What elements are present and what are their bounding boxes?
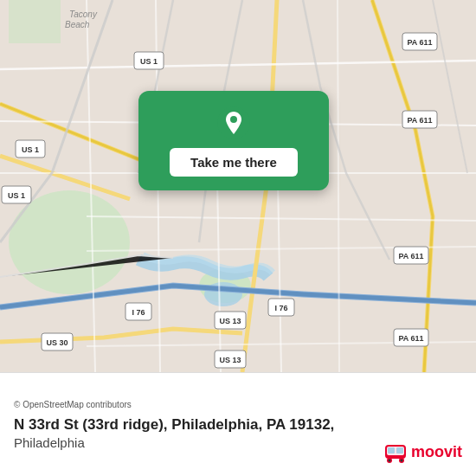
svg-text:Tacony: Tacony (69, 10, 98, 19)
svg-text:US 13: US 13 (219, 317, 241, 325)
location-title: N 33rd St (33rd ridge), Philadelphia, PA… (14, 416, 462, 434)
svg-text:US 30: US 30 (46, 338, 68, 347)
svg-rect-36 (396, 447, 403, 453)
svg-rect-3 (9, 0, 61, 43)
svg-point-39 (388, 460, 390, 462)
svg-text:PA 611: PA 611 (407, 38, 432, 47)
svg-text:I 76: I 76 (132, 308, 145, 317)
take-me-there-button[interactable]: Take me there (170, 148, 298, 177)
svg-text:I 76: I 76 (274, 304, 287, 312)
svg-rect-35 (388, 447, 395, 453)
svg-text:US 1: US 1 (8, 191, 25, 200)
svg-text:PA 611: PA 611 (398, 334, 423, 343)
osm-attribution: © OpenStreetMap contributors (14, 400, 462, 409)
location-pin-icon (217, 106, 250, 139)
bottom-info-bar: © OpenStreetMap contributors N 33rd St (… (0, 372, 476, 476)
svg-text:Beach: Beach (65, 20, 90, 29)
moovit-logo: moovit (383, 440, 462, 464)
svg-text:US 1: US 1 (140, 57, 158, 66)
svg-text:US 13: US 13 (219, 356, 241, 364)
moovit-bus-icon (383, 440, 408, 464)
svg-text:US 1: US 1 (22, 145, 39, 154)
svg-point-40 (400, 460, 402, 462)
osm-attribution-text: © OpenStreetMap contributors (14, 400, 132, 409)
svg-text:PA 611: PA 611 (398, 252, 423, 261)
moovit-brand-text: moovit (411, 443, 462, 461)
svg-point-32 (230, 116, 237, 123)
svg-text:PA 611: PA 611 (407, 116, 432, 125)
location-popup: Take me there (138, 91, 329, 190)
